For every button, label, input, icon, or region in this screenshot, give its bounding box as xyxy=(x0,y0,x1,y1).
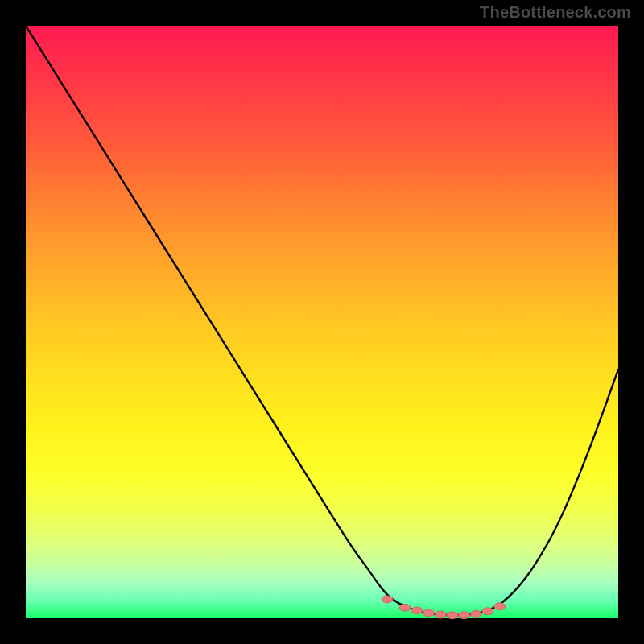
valley-marker xyxy=(399,604,411,611)
bottleneck-curve xyxy=(26,26,618,615)
chart-frame: TheBottleneck.com xyxy=(0,0,644,644)
valley-marker xyxy=(447,612,458,619)
valley-marker xyxy=(423,609,435,617)
curve-svg xyxy=(26,26,618,618)
valley-marker xyxy=(470,610,481,617)
curve-markers xyxy=(382,596,506,619)
valley-marker xyxy=(459,612,470,619)
valley-marker xyxy=(382,596,393,603)
valley-marker xyxy=(435,611,446,618)
valley-marker xyxy=(494,603,506,610)
watermark-text: TheBottleneck.com xyxy=(480,3,631,22)
valley-marker xyxy=(482,608,493,615)
plot-area xyxy=(26,26,618,618)
valley-marker xyxy=(411,607,423,614)
